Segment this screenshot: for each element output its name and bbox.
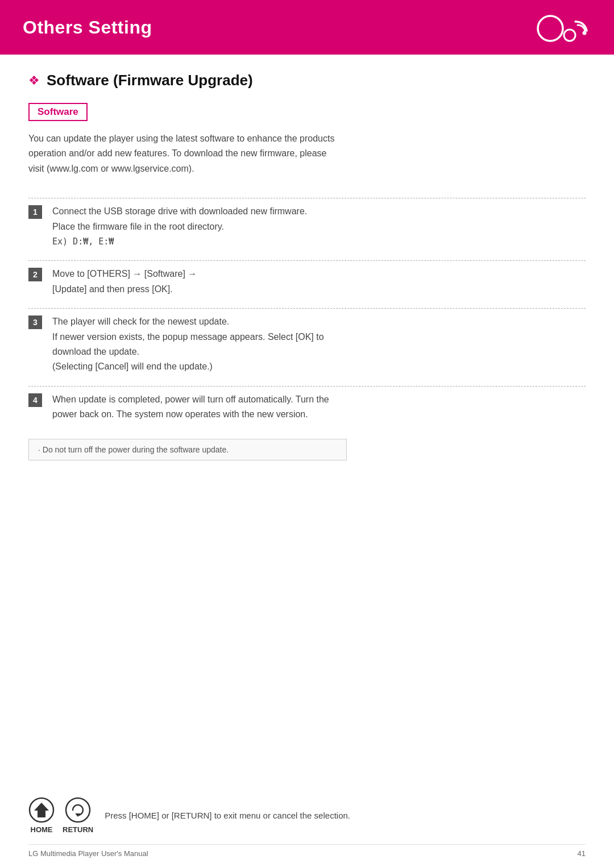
step-3: 3 The player will check for the newest u…: [28, 314, 586, 380]
section-description: You can update the player using the late…: [28, 131, 335, 176]
home-icon-wrap: HOME: [28, 797, 55, 834]
svg-point-0: [538, 16, 563, 41]
diamond-icon: ❖: [28, 73, 40, 88]
page-number: 41: [578, 849, 586, 858]
header-decoration: [529, 10, 591, 44]
step-number-1: 1: [28, 205, 42, 219]
home-label: HOME: [31, 825, 53, 834]
step-number-3: 3: [28, 315, 42, 329]
step-divider-4: [28, 386, 586, 387]
svg-point-5: [66, 798, 90, 822]
page-header: Others Setting: [0, 0, 614, 55]
return-icon: [65, 797, 91, 823]
section-title: Software (Firmware Upgrade): [47, 72, 253, 89]
footer-instruction: Press [HOME] or [RETURN] to exit menu or…: [105, 811, 586, 820]
section-heading: ❖ Software (Firmware Upgrade): [28, 72, 586, 89]
manual-title: LG Multimedia Player User's Manual: [28, 849, 148, 858]
note-box: · Do not turn off the power during the s…: [28, 439, 347, 460]
step-number-4: 4: [28, 393, 42, 407]
step-text-3: The player will check for the newest upd…: [52, 314, 354, 375]
return-icon-wrap: RETURN: [63, 797, 93, 834]
software-badge: Software: [28, 103, 88, 121]
step-1-code: Ex) D:₩, E:₩: [52, 236, 114, 247]
step-text-1: Connect the USB storage drive with downl…: [52, 204, 307, 249]
svg-point-2: [583, 31, 587, 35]
step-text-4: When update is completed, power will tur…: [52, 392, 354, 422]
step-2: 2 Move to [OTHERS] → [Software] → [Updat…: [28, 267, 586, 302]
home-icon: [28, 797, 55, 823]
step-divider-3: [28, 308, 586, 309]
step-1: 1 Connect the USB storage drive with dow…: [28, 204, 586, 255]
svg-point-1: [564, 30, 575, 41]
header-icon-decoration: [529, 10, 591, 44]
step-4: 4 When update is completed, power will t…: [28, 392, 586, 428]
header-title: Others Setting: [23, 17, 152, 38]
svg-marker-4: [34, 803, 49, 817]
step-divider-1: [28, 198, 586, 198]
main-content: ❖ Software (Firmware Upgrade) Software Y…: [0, 55, 614, 477]
footer-section: HOME RETURN Press [HOME] or [RETURN] to …: [28, 797, 586, 834]
step-text-2: Move to [OTHERS] → [Software] → [Update]…: [52, 267, 197, 297]
steps-container: 1 Connect the USB storage drive with dow…: [28, 192, 586, 427]
page-footer: LG Multimedia Player User's Manual 41: [28, 844, 586, 858]
step-divider-2: [28, 260, 586, 261]
footer-icons: HOME RETURN: [28, 797, 93, 834]
return-label: RETURN: [63, 825, 93, 834]
step-number-2: 2: [28, 268, 42, 281]
